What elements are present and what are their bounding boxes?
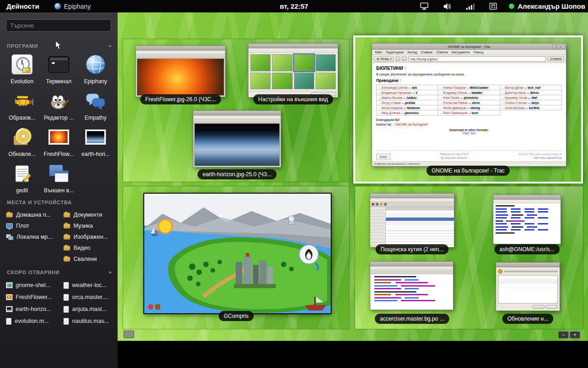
translators-table: Александър Шоповash Атанас КошаровWebCru… [376, 85, 562, 115]
workspace-indicator[interactable] [124, 331, 134, 338]
back-button[interactable]: ◀Назад▾ [374, 56, 394, 62]
team-link[interactable]: GNOME на български! [392, 123, 428, 126]
window-controls [552, 45, 565, 48]
app-item-gimp[interactable]: Редактор ... [40, 87, 77, 122]
menu-file[interactable]: Файл [375, 51, 382, 54]
place-videos[interactable]: Видео [63, 242, 117, 253]
window-appearance-settings[interactable] [248, 43, 338, 98]
place-downloads[interactable]: Свалени [63, 253, 117, 264]
app-item-updates[interactable]: Обновле... [4, 124, 40, 159]
reload-icon[interactable] [402, 57, 407, 61]
menu-edit[interactable]: Редактиране [386, 51, 404, 54]
plain-text-link[interactable]: Plain Text [376, 132, 562, 135]
trac-logo[interactable]: trac [376, 154, 390, 160]
translator-cell: Юлия Волковаkonfeta [500, 105, 562, 110]
browser-menubar: Файл Редактиране Изглед Отиване Отметки … [372, 50, 566, 55]
recent-item[interactable]: earth-horizo... [6, 303, 60, 315]
activities-button[interactable]: Дейности [4, 0, 42, 12]
place-documents[interactable]: Документи [63, 209, 117, 220]
app-item-epiphany[interactable]: Epiphany [77, 51, 114, 86]
app-item-terminal[interactable]: Терминал [40, 51, 77, 86]
recent-item[interactable]: evolution.m... [6, 315, 60, 327]
app-item-earth-horizon[interactable]: earth-hori... [77, 124, 114, 159]
username: Александър Шопов [518, 2, 585, 10]
clock[interactable]: вт, 22:57 [280, 0, 308, 12]
menu-go[interactable]: Отиване [421, 51, 433, 54]
user-menu[interactable]: Александър Шопов [509, 2, 585, 10]
window-label: GNOME на български! - Trac [426, 166, 509, 176]
window-label: Настройки на външния вид [253, 94, 333, 104]
app-item-appearance[interactable]: Външен в... [40, 160, 77, 195]
app-item-empathy[interactable]: Empathy [77, 87, 114, 122]
app-item-gcompris[interactable]: Образов... [4, 87, 40, 122]
network-signal-icon[interactable] [466, 3, 475, 10]
window-terminal[interactable] [493, 195, 561, 244]
window-gedit-po-file[interactable] [370, 261, 453, 310]
display-icon[interactable] [420, 2, 429, 10]
input-method-icon[interactable] [489, 3, 497, 10]
recent-item[interactable]: weather-loc... [63, 279, 117, 291]
workspace-3[interactable]: GCompris [123, 186, 349, 329]
trac-url-link[interactable]: http://trac.edgewall.org/ [519, 156, 562, 160]
recent-item[interactable]: nautilus.mas... [63, 315, 117, 327]
edgewall-line: By Edgewall Software. [394, 156, 515, 160]
workspace-1[interactable]: FreshFlower.jpg-26.0 (ЧЗС... Настройки н… [123, 39, 349, 182]
gimp-icon [42, 89, 76, 113]
menu-bookmarks[interactable]: Отметки [436, 51, 448, 54]
page-heading: БЮЛЕТИНИ ¶ [376, 66, 562, 71]
maximize-icon[interactable] [557, 45, 560, 48]
text-file-icon [6, 318, 11, 325]
recent-item[interactable]: FreshFlower... [6, 291, 60, 303]
focused-app-indicator[interactable]: Epiphany [54, 0, 90, 12]
updates-list [498, 275, 558, 304]
place-desktop[interactable]: Плот [6, 220, 60, 231]
place-home[interactable]: Домашна п... [6, 209, 60, 220]
window-earth-image[interactable] [193, 110, 281, 167]
expand-recent-icon[interactable] [109, 269, 112, 275]
earth-thumbnail-icon [6, 306, 12, 312]
window-update-manager[interactable] [496, 262, 560, 311]
back-arrow-icon: ◀ [376, 57, 379, 61]
url-bar[interactable]: http://fsa-bg.org/trac/ [408, 56, 546, 62]
menu-view[interactable]: Изглед [407, 51, 417, 54]
translator-cell: Стойчо Станчевstoyo [500, 100, 562, 105]
remove-workspace-button[interactable]: − [558, 331, 569, 339]
terminal-output [493, 203, 560, 244]
videos-folder-icon [63, 246, 70, 251]
app-item-freshflower[interactable]: FreshFlow... [40, 124, 77, 159]
place-network[interactable]: Локална мр... [6, 231, 60, 242]
window-evolution-inbox[interactable] [370, 193, 454, 247]
recent-item[interactable]: anjuta.mast... [63, 303, 117, 315]
minimize-icon[interactable] [552, 45, 556, 48]
workspace-2-active[interactable]: GNOME на български! - Trac Файл Редактир… [353, 35, 583, 184]
window-freshflower-image[interactable] [136, 46, 226, 97]
volume-icon[interactable] [443, 3, 452, 10]
go-button[interactable]: Отиване [548, 56, 564, 61]
app-item-gedit[interactable]: gedit [4, 160, 40, 195]
place-music[interactable]: Музика [63, 220, 117, 231]
window-gcompris[interactable] [143, 193, 332, 314]
epiphany-icon [86, 55, 105, 74]
search-input[interactable] [6, 19, 111, 32]
menu-tools[interactable]: Инструменти [452, 51, 470, 54]
translator-cell: Филип Андоновfandonov [377, 105, 438, 110]
overview-sidebar: ПРОГРАМИ Evolution Терминал Epiphany Обр… [0, 12, 118, 368]
close-icon[interactable] [561, 45, 565, 48]
places-header-label: МЕСТА И УСТРОЙСТВА [7, 200, 72, 205]
window-label: FreshFlower.jpg-26.0 (ЧЗС... [140, 94, 221, 104]
recent-item[interactable]: orca.master.... [63, 291, 117, 303]
app-item-evolution[interactable]: Evolution [4, 51, 40, 86]
recent-item[interactable]: gnome-shel... [6, 279, 60, 291]
place-pictures[interactable]: Изображен... [63, 231, 117, 242]
translator-cell: Владимир Петковkaladan [438, 90, 500, 95]
workspace-4[interactable]: Пощенска кутия (2 неп... ash@GNOME:/usr/… [355, 186, 583, 329]
translator-cell: Филип Димитровxboing [438, 105, 500, 110]
forward-icon[interactable] [396, 57, 400, 61]
menu-help[interactable]: Помощ [474, 51, 484, 54]
editor-text [370, 274, 453, 310]
window-epiphany-trac[interactable]: GNOME на български! - Trac Файл Редактир… [372, 43, 566, 167]
expand-programs-icon[interactable] [109, 43, 112, 49]
add-workspace-button[interactable]: + [570, 331, 580, 339]
pilcrow: ¶ [404, 66, 407, 71]
empathy-icon [79, 89, 113, 113]
